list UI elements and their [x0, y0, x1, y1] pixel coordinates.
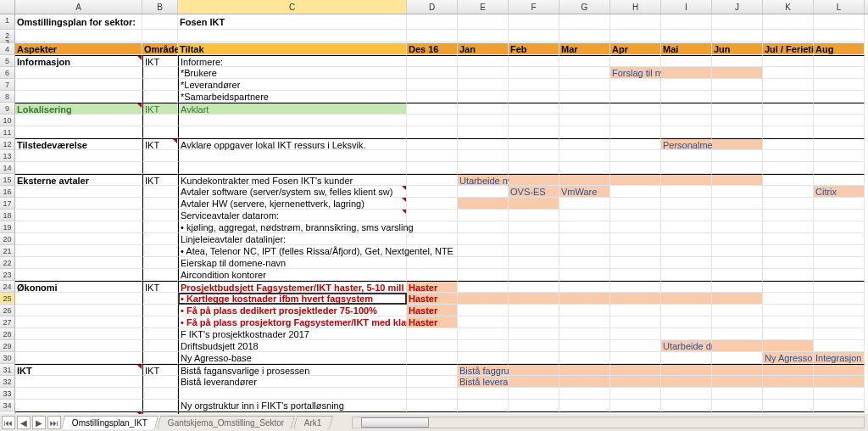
cell[interactable]: *Leverandører: [178, 79, 407, 91]
col-header[interactable]: B: [142, 0, 178, 14]
cell[interactable]: • kjøling, aggregat, nødstrøm, brannsikr…: [178, 221, 407, 233]
cell[interactable]: F IKT's prosjektkostnader 2017: [178, 328, 407, 340]
cell[interactable]: Informere:: [178, 55, 407, 67]
row-header[interactable]: 7: [0, 79, 15, 91]
gantt-span[interactable]: Bistå leverandører med implementering av…: [458, 376, 509, 388]
cell[interactable]: Ny orgstruktur inn i FIKT's portalløsnin…: [178, 400, 407, 411]
header-omrade[interactable]: Område: [142, 43, 178, 55]
cell[interactable]: Eksterne avtaler: [15, 174, 142, 186]
header-month[interactable]: Jun: [712, 43, 763, 55]
cell-haster[interactable]: Haster: [407, 281, 458, 293]
col-header[interactable]: H: [610, 0, 661, 14]
cell[interactable]: IKT: [15, 364, 142, 376]
cell[interactable]: Citrix: [814, 186, 865, 198]
header-month[interactable]: Des 16: [407, 43, 458, 55]
row-header[interactable]: 31: [0, 364, 15, 376]
cell[interactable]: VmWare: [559, 186, 610, 198]
row-header[interactable]: 10: [0, 115, 15, 126]
cell[interactable]: Ny Agresso-base: [178, 352, 407, 364]
cell[interactable]: Avklare oppgaver lokal IKT ressurs i Lek…: [178, 138, 407, 150]
header-month[interactable]: Feb: [509, 43, 559, 55]
row-header[interactable]: 20: [0, 233, 15, 245]
row-header[interactable]: 22: [0, 257, 15, 269]
cell[interactable]: Linjeleieavtaler datalinjer:: [178, 233, 407, 245]
cell[interactable]: • Atea, Telenor NC, IPT (felles Rissa/Åf…: [178, 245, 407, 257]
cell[interactable]: *Brukere: [178, 67, 407, 79]
cell[interactable]: Aircondition kontorer: [178, 269, 407, 281]
cell[interactable]: [142, 14, 178, 30]
cell[interactable]: Tilstedeværelse: [15, 138, 142, 150]
gantt-span[interactable]: Personalmessig avklart: [661, 138, 712, 150]
sheet-tab-active[interactable]: Omstillingsplan_IKT: [61, 416, 159, 429]
header-aspekter[interactable]: Aspekter: [15, 43, 142, 55]
col-header[interactable]: G: [559, 0, 610, 14]
selected-cell[interactable]: • Kartlegge kostnader ifbm hvert fagsyst…: [178, 293, 407, 305]
cell[interactable]: OVS-ES: [509, 186, 559, 198]
cell[interactable]: *Samarbeidspartnere: [178, 91, 407, 103]
col-header[interactable]: L: [814, 0, 865, 14]
row-header[interactable]: 30: [0, 352, 15, 364]
row-header[interactable]: 1: [0, 14, 15, 30]
header-month[interactable]: Mai: [661, 43, 712, 55]
row-header[interactable]: 5: [0, 55, 15, 67]
cell[interactable]: Avtaler software (server/system sw, fell…: [178, 186, 407, 198]
col-header[interactable]: J: [712, 0, 763, 14]
row-header[interactable]: 28: [0, 328, 15, 340]
cell[interactable]: Bistå fagansvarlige i prosessen: [178, 364, 407, 376]
row-header[interactable]: 16: [0, 186, 15, 198]
tab-nav-next-icon[interactable]: ▶: [32, 416, 46, 429]
header-month[interactable]: Aug: [814, 43, 865, 55]
header-tiltak[interactable]: Tiltak: [178, 43, 407, 55]
cell-haster[interactable]: Haster: [407, 305, 458, 316]
tab-nav-last-icon[interactable]: ⏭: [47, 416, 61, 429]
row-header[interactable]: 14: [0, 162, 15, 174]
cell[interactable]: IKT: [142, 281, 178, 293]
row-header[interactable]: 25: [0, 293, 15, 305]
row-header[interactable]: 29: [0, 340, 15, 352]
cell[interactable]: Informasjon: [15, 55, 142, 67]
col-header[interactable]: I: [661, 0, 712, 14]
row-header[interactable]: 6: [0, 67, 15, 79]
row-header[interactable]: 21: [0, 245, 15, 257]
cell[interactable]: IKT: [142, 174, 178, 186]
cell[interactable]: Prosjektbudsjett Fagsystemer/IKT haster,…: [178, 281, 407, 293]
cell[interactable]: Lokalisering: [15, 103, 142, 115]
cell[interactable]: Økonomi: [15, 281, 142, 293]
gantt-span[interactable]: Utarbeide driftsbudsjett for 2018: [661, 340, 712, 352]
tab-nav-first-icon[interactable]: ⏮: [2, 416, 15, 429]
row-header[interactable]: 9: [0, 103, 15, 115]
cell[interactable]: Bistå leverandører: [178, 376, 407, 388]
spreadsheet-grid[interactable]: 1 Omstillingsplan for sektor: Fosen IKT …: [0, 14, 868, 423]
row-header[interactable]: 23: [0, 269, 15, 281]
cell-haster[interactable]: Haster: [407, 293, 458, 305]
col-header[interactable]: A: [15, 0, 142, 14]
header-month[interactable]: Jul / Ferietid: [763, 43, 814, 55]
row-header[interactable]: 17: [0, 198, 15, 210]
row-header[interactable]: 34: [0, 400, 15, 411]
col-header[interactable]: E: [458, 0, 509, 14]
cell[interactable]: IKT: [142, 55, 178, 67]
col-header[interactable]: C: [178, 0, 407, 14]
row-header[interactable]: 8: [0, 91, 15, 103]
row-header[interactable]: 13: [0, 150, 15, 162]
row-header[interactable]: 15: [0, 174, 15, 186]
header-month[interactable]: Apr: [610, 43, 661, 55]
row-header[interactable]: 32: [0, 376, 15, 388]
cell[interactable]: IKT: [142, 364, 178, 376]
cell-haster[interactable]: Haster: [407, 316, 458, 328]
cell[interactable]: IKT: [142, 103, 178, 115]
scroll-thumb[interactable]: [361, 417, 429, 428]
cell[interactable]: • Få på plass prosjektorg Fagsystemer/IK…: [178, 316, 407, 328]
cell[interactable]: Ny Agresso base: [763, 352, 814, 364]
header-month[interactable]: Jan: [458, 43, 509, 55]
horizontal-scrollbar[interactable]: [352, 417, 865, 428]
row-header[interactable]: 27: [0, 316, 15, 328]
col-header[interactable]: F: [509, 0, 559, 14]
cell[interactable]: Integrasjon: [814, 352, 865, 364]
row-header[interactable]: 4: [0, 43, 15, 55]
row-header[interactable]: 11: [0, 126, 15, 138]
title-label[interactable]: Omstillingsplan for sektor:: [15, 14, 142, 30]
cell[interactable]: Driftsbudsjett 2018: [178, 340, 407, 352]
row-header[interactable]: 18: [0, 210, 15, 221]
col-header[interactable]: K: [763, 0, 814, 14]
